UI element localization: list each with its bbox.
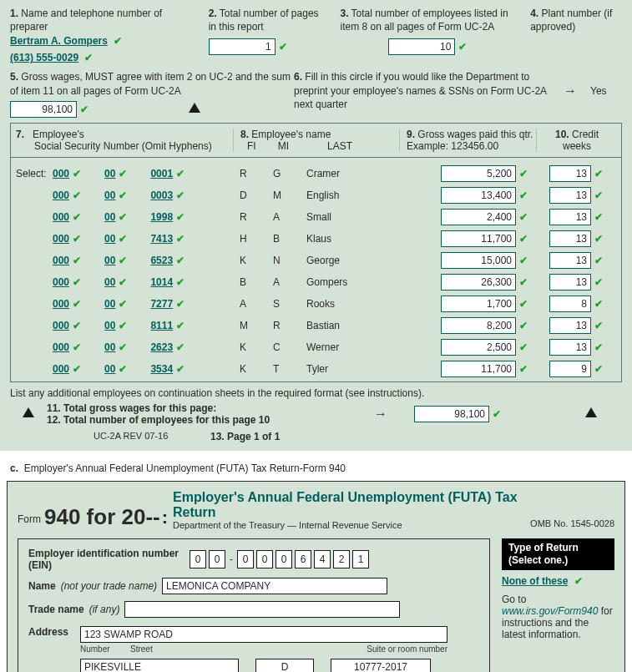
ssn-part-link[interactable]: 00 <box>104 211 115 223</box>
wages-input[interactable]: 1,700 <box>441 296 516 312</box>
q6-label: 6. Fill in this circle if you would like… <box>294 70 564 111</box>
trade-name-input[interactable] <box>124 601 400 618</box>
ssn-part-link[interactable]: 2623 <box>150 341 173 353</box>
name-mi: R <box>273 320 285 331</box>
wages-input[interactable]: 8,200 <box>441 317 516 334</box>
ssn-part-link[interactable]: 000 <box>53 255 69 266</box>
name-cell: BAGompers <box>233 276 398 288</box>
wages-input[interactable]: 11,700 <box>441 361 516 377</box>
credit-input[interactable]: 13 <box>549 274 591 291</box>
name-paren: (not your trade name) <box>61 580 157 592</box>
gross-wages-total-input[interactable]: 98,100 <box>10 101 77 118</box>
ssn-part-link[interactable]: 00 <box>104 363 115 375</box>
name-mi: M <box>273 189 285 201</box>
name-cell: KNGeorge <box>233 255 398 266</box>
ein-digit[interactable]: 6 <box>295 550 311 568</box>
ein-digit[interactable]: 0 <box>237 550 254 568</box>
ssn-part-link[interactable]: 000 <box>53 211 69 223</box>
wages-input[interactable]: 15,000 <box>441 252 516 269</box>
ssn-part-link[interactable]: 1998 <box>150 211 173 223</box>
list-additional-note: List any additional employees on continu… <box>10 387 622 399</box>
credit-input[interactable]: 13 <box>549 187 591 204</box>
ssn-part-link[interactable]: 000 <box>53 233 69 245</box>
ssn-part-link[interactable]: 00 <box>104 320 115 331</box>
none-of-these-link[interactable]: None of these <box>502 575 568 587</box>
ssn-part-link[interactable]: 0001 <box>150 168 173 179</box>
ein-digit[interactable]: 0 <box>276 550 292 568</box>
name-cell: ASRooks <box>233 298 398 310</box>
ein-label: Employer identification number (EIN) <box>28 548 179 571</box>
credit-input[interactable]: 13 <box>549 317 591 334</box>
check-icon: ✔ <box>519 211 528 223</box>
ssn-part-link[interactable]: 000 <box>53 189 69 201</box>
ssn-part-link[interactable]: 00 <box>104 276 115 288</box>
wages-input[interactable]: 5,200 <box>441 165 516 182</box>
wages-input[interactable]: 26,300 <box>441 274 516 291</box>
irs-link[interactable]: www.irs.gov/Form940 <box>502 605 598 617</box>
ssn-part-link[interactable]: 00 <box>104 168 115 179</box>
wages-cell: 1,700✔ <box>398 296 528 312</box>
credit-input[interactable]: 13 <box>549 230 591 247</box>
state-input[interactable]: D <box>255 659 314 672</box>
credit-input[interactable]: 13 <box>549 165 591 182</box>
wages-input[interactable]: 2,500 <box>441 339 516 356</box>
employer-info-panel: Employer identification number (EIN) 0 0… <box>18 538 490 672</box>
name-cell: RASmall <box>233 211 398 223</box>
type-of-return-header: Type of Return (Select one.) <box>502 538 614 570</box>
address-input[interactable]: 123 SWAMP ROAD <box>80 626 447 643</box>
wages-input[interactable]: 13,400 <box>441 187 516 204</box>
credit-input[interactable]: 8 <box>549 296 591 312</box>
uc2a-footnotes: List any additional employees on continu… <box>10 387 622 442</box>
ssn-part-link[interactable]: 00 <box>104 298 115 310</box>
name-fi: K <box>240 363 251 375</box>
ssn-part-link[interactable]: 7413 <box>150 233 173 245</box>
wages-input[interactable]: 11,700 <box>441 230 516 247</box>
credit-input[interactable]: 9 <box>549 361 591 377</box>
ein-digit[interactable]: 0 <box>190 550 206 568</box>
credit-input[interactable]: 13 <box>549 339 591 356</box>
line-11-total-input[interactable]: 98,100 <box>414 406 489 422</box>
check-icon: ✔ <box>80 104 88 115</box>
check-icon: ✔ <box>119 255 127 266</box>
ssn-part-link[interactable]: 00 <box>104 255 115 266</box>
ein-digit[interactable]: 2 <box>333 550 350 568</box>
ssn-part-link[interactable]: 000 <box>53 341 69 353</box>
city-input[interactable]: PIKESVILLE <box>80 659 239 672</box>
credit-input[interactable]: 13 <box>549 252 591 269</box>
ssn-part-link[interactable]: 3534 <box>150 363 173 375</box>
ein-digit[interactable]: 1 <box>352 550 369 568</box>
employee-row: 000✔00✔1998✔RASmall2,400✔13✔ <box>16 206 616 228</box>
ssn-part-link[interactable]: 000 <box>53 363 69 375</box>
arrow-up-icon <box>23 407 34 417</box>
ssn-part-link[interactable]: 000 <box>53 168 69 179</box>
ein-digit[interactable]: 4 <box>314 550 331 568</box>
total-pages-input[interactable]: 1 <box>209 38 276 55</box>
zip-input[interactable]: 10777-2017 <box>331 659 431 672</box>
total-employees-input[interactable]: 10 <box>388 38 455 55</box>
line-13-label: 13. Page 1 of 1 <box>210 431 377 442</box>
ssn-part-link[interactable]: 1014 <box>150 276 173 288</box>
ssn-part-link[interactable]: 00 <box>104 233 115 245</box>
check-icon: ✔ <box>594 341 603 353</box>
name-mi: N <box>273 255 285 266</box>
check-icon: ✔ <box>73 320 81 331</box>
ssn-part-link[interactable]: 0003 <box>150 189 173 201</box>
check-icon: ✔ <box>519 363 528 375</box>
ssn-part-link[interactable]: 00 <box>104 341 115 353</box>
ssn-part-link[interactable]: 000 <box>53 320 69 331</box>
preparer-phone-link[interactable]: (613) 555-0029 <box>10 52 78 63</box>
preparer-name-link[interactable]: Bertram A. Gompers <box>10 35 108 47</box>
employer-name-input[interactable]: LEMONICA COMPANY <box>162 578 387 594</box>
ein-digit[interactable]: 0 <box>209 550 225 568</box>
ssn-part-link[interactable]: 000 <box>53 298 69 310</box>
ssn-part-link[interactable]: 7277 <box>150 298 173 310</box>
credit-input[interactable]: 13 <box>549 209 591 225</box>
wages-cell: 15,000✔ <box>398 252 528 269</box>
ssn-part-link[interactable]: 000 <box>53 276 69 288</box>
name-mi: C <box>273 341 285 353</box>
ssn-part-link[interactable]: 8111 <box>150 320 173 331</box>
wages-input[interactable]: 2,400 <box>441 209 516 225</box>
ssn-part-link[interactable]: 6523 <box>150 255 173 266</box>
ein-digit[interactable]: 0 <box>256 550 273 568</box>
ssn-part-link[interactable]: 00 <box>104 189 115 201</box>
